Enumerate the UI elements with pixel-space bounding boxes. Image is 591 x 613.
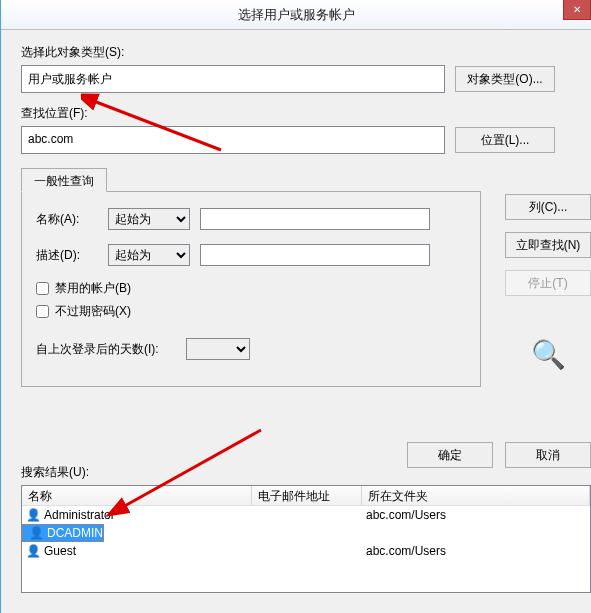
- nonexpiring-pwd-label: 不过期密码(X): [55, 303, 131, 320]
- desc-label: 描述(D):: [36, 247, 98, 264]
- name-label: 名称(A):: [36, 211, 98, 228]
- object-type-label: 选择此对象类型(S):: [21, 44, 571, 61]
- object-type-field[interactable]: 用户或服务帐户: [21, 65, 445, 93]
- tab-panel: 名称(A): 起始为 描述(D): 起始为 禁用的帐户(B) 不过期密码(X): [21, 191, 481, 387]
- cancel-button[interactable]: 取消: [505, 442, 591, 468]
- nonexpiring-pwd-checkbox[interactable]: [36, 305, 49, 318]
- user-icon: 👤: [26, 544, 40, 558]
- search-results-label: 搜索结果(U):: [21, 464, 89, 481]
- locations-button[interactable]: 位置(L)...: [455, 127, 555, 153]
- object-types-button[interactable]: 对象类型(O)...: [455, 66, 555, 92]
- location-field[interactable]: abc.com: [21, 126, 445, 154]
- desc-input[interactable]: [200, 244, 430, 266]
- col-folder[interactable]: 所在文件夹: [362, 486, 590, 505]
- results-header: 名称 电子邮件地址 所在文件夹: [22, 486, 590, 506]
- days-since-logon-label: 自上次登录后的天数(I):: [36, 341, 176, 358]
- stop-button: 停止(T): [505, 270, 591, 296]
- table-row[interactable]: 👤Guestabc.com/Users: [22, 542, 590, 560]
- disabled-accounts-label: 禁用的帐户(B): [55, 280, 131, 297]
- location-label: 查找位置(F):: [21, 105, 571, 122]
- disabled-accounts-checkbox[interactable]: [36, 282, 49, 295]
- results-list[interactable]: 名称 电子邮件地址 所在文件夹 👤Administratorabc.com/Us…: [21, 485, 591, 593]
- name-input[interactable]: [200, 208, 430, 230]
- user-icon: 👤: [26, 508, 40, 522]
- ok-button[interactable]: 确定: [407, 442, 493, 468]
- col-name[interactable]: 名称: [22, 486, 252, 505]
- window-title: 选择用户或服务帐户: [238, 6, 355, 24]
- table-row[interactable]: 👤DCADMINabc.com/Users: [22, 524, 104, 542]
- name-mode-select[interactable]: 起始为: [108, 208, 190, 230]
- tab-common-queries[interactable]: 一般性查询: [21, 168, 107, 192]
- columns-button[interactable]: 列(C)...: [505, 194, 591, 220]
- find-now-button[interactable]: 立即查找(N): [505, 232, 591, 258]
- desc-mode-select[interactable]: 起始为: [108, 244, 190, 266]
- close-icon[interactable]: ✕: [563, 0, 591, 20]
- user-icon: 👤: [29, 526, 43, 540]
- col-email[interactable]: 电子邮件地址: [252, 486, 362, 505]
- table-row[interactable]: 👤Administratorabc.com/Users: [22, 506, 590, 524]
- days-since-logon-select[interactable]: [186, 338, 250, 360]
- search-icon: 🔍: [531, 338, 566, 371]
- titlebar: 选择用户或服务帐户 ✕: [1, 0, 591, 30]
